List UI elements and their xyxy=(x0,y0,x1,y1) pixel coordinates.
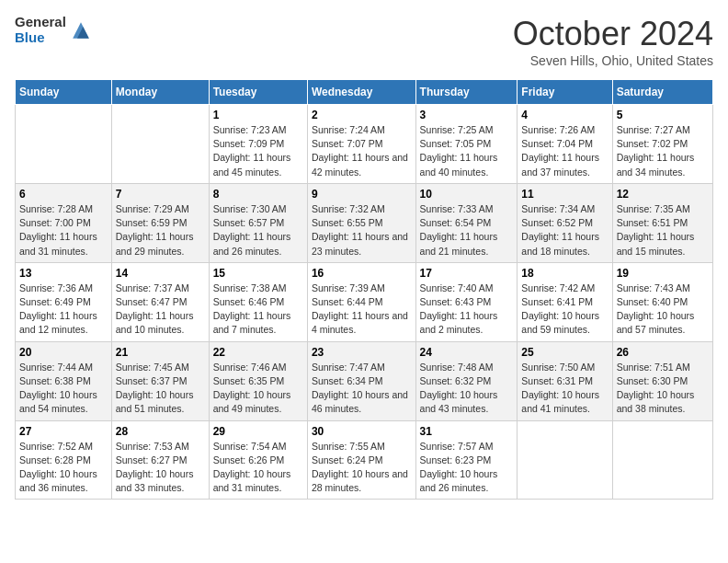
day-number: 3 xyxy=(420,109,514,121)
day-info: Sunrise: 7:36 AM Sunset: 6:49 PM Dayligh… xyxy=(19,282,108,338)
day-info: Sunrise: 7:55 AM Sunset: 6:24 PM Dayligh… xyxy=(312,440,412,496)
day-number: 26 xyxy=(617,346,709,359)
day-info: Sunrise: 7:32 AM Sunset: 6:55 PM Dayligh… xyxy=(312,202,412,259)
day-number: 10 xyxy=(420,188,514,201)
day-info: Sunrise: 7:26 AM Sunset: 7:04 PM Dayligh… xyxy=(521,123,608,179)
calendar-cell: 26Sunrise: 7:51 AM Sunset: 6:30 PM Dayli… xyxy=(612,341,712,420)
calendar-cell: 3Sunrise: 7:25 AM Sunset: 7:05 PM Daylig… xyxy=(415,105,518,184)
calendar-cell: 13Sunrise: 7:36 AM Sunset: 6:49 PM Dayli… xyxy=(16,262,112,341)
day-info: Sunrise: 7:42 AM Sunset: 6:41 PM Dayligh… xyxy=(521,282,608,338)
weekday-header-friday: Friday xyxy=(518,80,612,105)
calendar-cell: 6Sunrise: 7:28 AM Sunset: 7:00 PM Daylig… xyxy=(16,183,112,262)
day-info: Sunrise: 7:57 AM Sunset: 6:23 PM Dayligh… xyxy=(420,440,514,496)
day-info: Sunrise: 7:46 AM Sunset: 6:35 PM Dayligh… xyxy=(213,361,303,417)
calendar-cell: 27Sunrise: 7:52 AM Sunset: 6:28 PM Dayli… xyxy=(16,420,112,500)
day-number: 17 xyxy=(420,267,514,280)
day-number: 24 xyxy=(420,346,514,359)
day-info: Sunrise: 7:27 AM Sunset: 7:02 PM Dayligh… xyxy=(617,123,709,179)
weekday-header-sunday: Sunday xyxy=(16,80,112,105)
day-info: Sunrise: 7:37 AM Sunset: 6:47 PM Dayligh… xyxy=(116,282,205,338)
day-info: Sunrise: 7:39 AM Sunset: 6:44 PM Dayligh… xyxy=(312,282,412,338)
calendar-cell: 20Sunrise: 7:44 AM Sunset: 6:38 PM Dayli… xyxy=(16,341,112,420)
day-number: 31 xyxy=(420,425,514,438)
calendar-cell: 18Sunrise: 7:42 AM Sunset: 6:41 PM Dayli… xyxy=(518,262,612,341)
calendar-cell: 15Sunrise: 7:38 AM Sunset: 6:46 PM Dayli… xyxy=(209,262,307,341)
day-number: 11 xyxy=(521,188,608,201)
day-info: Sunrise: 7:54 AM Sunset: 6:26 PM Dayligh… xyxy=(213,440,303,496)
weekday-header-tuesday: Tuesday xyxy=(209,80,307,105)
day-info: Sunrise: 7:38 AM Sunset: 6:46 PM Dayligh… xyxy=(213,282,303,338)
day-number: 30 xyxy=(312,425,412,438)
day-info: Sunrise: 7:48 AM Sunset: 6:32 PM Dayligh… xyxy=(420,361,514,417)
title-block: October 2024 Seven Hills, Ohio, United S… xyxy=(513,15,713,68)
day-number: 21 xyxy=(116,346,205,359)
day-number: 13 xyxy=(19,267,108,280)
day-number: 20 xyxy=(19,346,108,359)
page-header: General Blue October 2024 Seven Hills, O… xyxy=(15,15,713,68)
calendar-cell: 24Sunrise: 7:48 AM Sunset: 6:32 PM Dayli… xyxy=(415,341,518,420)
calendar-cell xyxy=(518,420,612,500)
location: Seven Hills, Ohio, United States xyxy=(513,53,713,68)
calendar-cell: 4Sunrise: 7:26 AM Sunset: 7:04 PM Daylig… xyxy=(518,105,612,184)
day-info: Sunrise: 7:24 AM Sunset: 7:07 PM Dayligh… xyxy=(312,123,412,179)
day-info: Sunrise: 7:45 AM Sunset: 6:37 PM Dayligh… xyxy=(116,361,205,417)
day-number: 2 xyxy=(312,109,412,121)
day-info: Sunrise: 7:35 AM Sunset: 6:51 PM Dayligh… xyxy=(617,202,709,259)
day-number: 6 xyxy=(19,188,108,201)
calendar-cell xyxy=(16,105,112,184)
calendar-cell: 1Sunrise: 7:23 AM Sunset: 7:09 PM Daylig… xyxy=(209,105,307,184)
logo: General Blue xyxy=(15,15,92,45)
calendar-cell: 31Sunrise: 7:57 AM Sunset: 6:23 PM Dayli… xyxy=(415,420,518,500)
calendar-cell: 25Sunrise: 7:50 AM Sunset: 6:31 PM Dayli… xyxy=(518,341,612,420)
day-number: 27 xyxy=(19,425,108,438)
day-number: 19 xyxy=(617,267,709,280)
calendar-cell: 29Sunrise: 7:54 AM Sunset: 6:26 PM Dayli… xyxy=(209,420,307,500)
logo-general: General xyxy=(15,15,66,30)
month-title: October 2024 xyxy=(513,15,713,53)
day-info: Sunrise: 7:30 AM Sunset: 6:57 PM Dayligh… xyxy=(213,202,303,259)
day-info: Sunrise: 7:47 AM Sunset: 6:34 PM Dayligh… xyxy=(312,361,412,417)
weekday-header-wednesday: Wednesday xyxy=(307,80,415,105)
day-number: 1 xyxy=(213,109,303,121)
calendar-cell: 8Sunrise: 7:30 AM Sunset: 6:57 PM Daylig… xyxy=(209,183,307,262)
calendar-cell xyxy=(612,420,712,500)
calendar-cell: 2Sunrise: 7:24 AM Sunset: 7:07 PM Daylig… xyxy=(307,105,415,184)
calendar-cell: 16Sunrise: 7:39 AM Sunset: 6:44 PM Dayli… xyxy=(307,262,415,341)
day-number: 29 xyxy=(213,425,303,438)
calendar-cell: 10Sunrise: 7:33 AM Sunset: 6:54 PM Dayli… xyxy=(415,183,518,262)
calendar-cell: 5Sunrise: 7:27 AM Sunset: 7:02 PM Daylig… xyxy=(612,105,712,184)
week-row-2: 6Sunrise: 7:28 AM Sunset: 7:00 PM Daylig… xyxy=(16,183,713,262)
day-info: Sunrise: 7:43 AM Sunset: 6:40 PM Dayligh… xyxy=(617,282,709,338)
day-info: Sunrise: 7:34 AM Sunset: 6:52 PM Dayligh… xyxy=(521,202,608,259)
day-number: 23 xyxy=(312,346,412,359)
calendar-cell: 21Sunrise: 7:45 AM Sunset: 6:37 PM Dayli… xyxy=(111,341,209,420)
calendar-cell: 14Sunrise: 7:37 AM Sunset: 6:47 PM Dayli… xyxy=(111,262,209,341)
day-number: 28 xyxy=(116,425,205,438)
calendar-cell: 7Sunrise: 7:29 AM Sunset: 6:59 PM Daylig… xyxy=(111,183,209,262)
logo-blue: Blue xyxy=(15,30,66,46)
calendar-cell xyxy=(111,105,209,184)
day-number: 9 xyxy=(312,188,412,201)
day-info: Sunrise: 7:44 AM Sunset: 6:38 PM Dayligh… xyxy=(19,361,108,417)
calendar-cell: 19Sunrise: 7:43 AM Sunset: 6:40 PM Dayli… xyxy=(612,262,712,341)
weekday-header-row: SundayMondayTuesdayWednesdayThursdayFrid… xyxy=(16,80,713,105)
day-info: Sunrise: 7:50 AM Sunset: 6:31 PM Dayligh… xyxy=(521,361,608,417)
calendar-table: SundayMondayTuesdayWednesdayThursdayFrid… xyxy=(15,79,713,500)
calendar-cell: 30Sunrise: 7:55 AM Sunset: 6:24 PM Dayli… xyxy=(307,420,415,500)
day-info: Sunrise: 7:52 AM Sunset: 6:28 PM Dayligh… xyxy=(19,440,108,496)
calendar-cell: 23Sunrise: 7:47 AM Sunset: 6:34 PM Dayli… xyxy=(307,341,415,420)
day-number: 25 xyxy=(521,346,608,359)
logo-icon xyxy=(70,19,92,41)
day-info: Sunrise: 7:51 AM Sunset: 6:30 PM Dayligh… xyxy=(617,361,709,417)
day-number: 14 xyxy=(116,267,205,280)
week-row-3: 13Sunrise: 7:36 AM Sunset: 6:49 PM Dayli… xyxy=(16,262,713,341)
day-number: 18 xyxy=(521,267,608,280)
day-info: Sunrise: 7:29 AM Sunset: 6:59 PM Dayligh… xyxy=(116,202,205,259)
day-number: 8 xyxy=(213,188,303,201)
weekday-header-thursday: Thursday xyxy=(415,80,518,105)
calendar-cell: 17Sunrise: 7:40 AM Sunset: 6:43 PM Dayli… xyxy=(415,262,518,341)
week-row-1: 1Sunrise: 7:23 AM Sunset: 7:09 PM Daylig… xyxy=(16,105,713,184)
day-info: Sunrise: 7:23 AM Sunset: 7:09 PM Dayligh… xyxy=(213,123,303,179)
day-number: 4 xyxy=(521,109,608,121)
day-number: 7 xyxy=(116,188,205,201)
